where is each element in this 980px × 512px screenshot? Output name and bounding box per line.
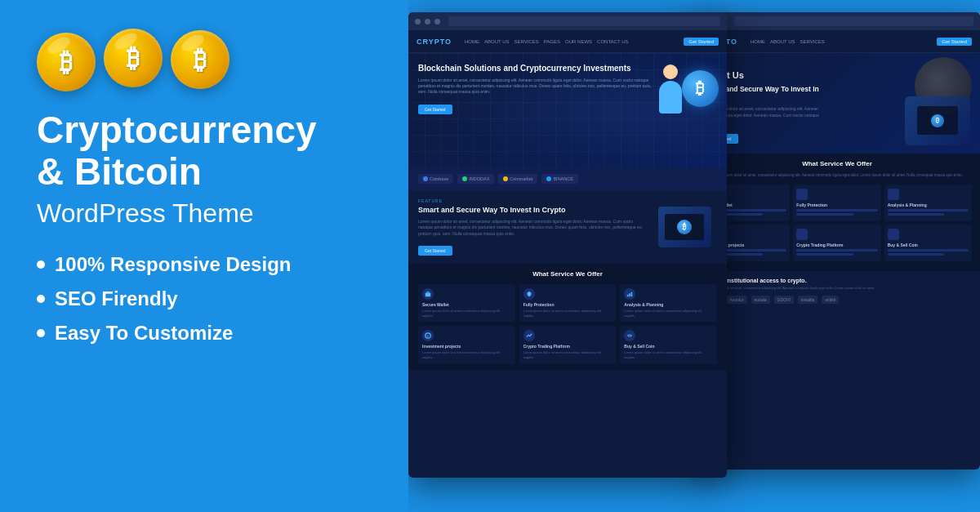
service2-card-3: Analysis & Planning (884, 185, 972, 221)
mockup-1-hero: Blockchain Solutions and Cryptocurrency … (408, 53, 727, 167)
service2-line (888, 249, 969, 252)
service-icon-wallet (422, 288, 434, 300)
bullet-icon (37, 295, 45, 303)
service2-icon-3 (888, 189, 899, 200)
browser-bar-2 (694, 12, 980, 30)
browser-address-2 (734, 16, 973, 26)
service2-name-3: Analysis & Planning (888, 203, 969, 207)
service-icon-trading (523, 330, 535, 341)
svg-rect-4 (631, 292, 633, 297)
mockup-2-institutional: Reliable institutional access to crypto.… (694, 271, 980, 310)
nav-item-news: OUR NEWS (565, 39, 592, 44)
svg-text:$: $ (426, 334, 429, 338)
inst-logos: Carbon Avontur eunala GOOVI kreatifa wri… (702, 296, 972, 304)
about-image: ₿ (905, 96, 970, 145)
services-2-grid: Secure Wallet Fully Protection Analysis … (702, 185, 972, 261)
nav-item-home: HOME (465, 39, 479, 44)
service-card-1: Secure Wallet Lorem ipsum dolor sit amet… (418, 284, 515, 322)
mockup-2-about: ABOUT US About Us Smart and Secure Way T… (694, 53, 980, 154)
service-card-2: Fully Protection Lorem ipsum dolor sit a… (519, 284, 617, 322)
partner-indodax: INDODAX (457, 174, 494, 184)
service2-icon-6 (888, 229, 899, 240)
bitcoin-coin-2 (104, 33, 163, 91)
service-desc-4: Lorem ipsum dolor sit amet consectetur a… (422, 350, 511, 359)
hero-title: Blockchain Solutions and Cryptocurrency … (418, 63, 652, 73)
btc-icon: ₿ (682, 70, 719, 107)
mockup-1-services: What Service We Offer Secure Wallet Lore… (408, 264, 727, 370)
feature-list: 100% Responsive Design SEO Firendly Easy… (37, 253, 372, 345)
service-desc-1: Lorem ipsum dolor sit amet consectetur a… (422, 309, 511, 318)
bullet-icon (37, 260, 45, 269)
nav2-item: HOME (751, 39, 765, 44)
feature-label: FEATURE (418, 198, 644, 203)
service-desc-6: Lorem ipsum dolor sit amet consectetur a… (624, 350, 713, 359)
service-name-1: Secure Wallet (422, 302, 511, 307)
mockup-1: CRYPTO HOME ABOUT US SERVICES PAGES OUR … (408, 12, 727, 478)
service-card-5: Crypto Trading Platform Lorem ipsum dolo… (519, 326, 617, 363)
laptop-screen: ₿ (665, 214, 704, 240)
service2-line (888, 253, 945, 256)
nav2-item: SERVICES (800, 39, 825, 44)
feature-cta-button[interactable]: Get Started (418, 246, 452, 256)
nav-cta-button[interactable]: Get Started (684, 38, 719, 46)
mockup-2-services: What Service We Offer Lorem ipsum dolor … (694, 154, 980, 272)
partner-dot (503, 176, 508, 181)
partner-coinbase: Coinbase (418, 174, 453, 184)
browser-dot (434, 19, 440, 24)
partner-binance: BINANCE (541, 174, 577, 184)
service2-line (796, 209, 877, 211)
nav-item-services: SERVICES (514, 39, 539, 44)
hero-text: Blockchain Solutions and Cryptocurrency … (418, 63, 652, 114)
service2-line (888, 213, 945, 216)
mockup-1-partners: Coinbase INDODAX Coinmarket BINANCE (408, 167, 727, 190)
nav-item-pages: PAGES (544, 39, 560, 44)
feature-item-3: Easy To Customize (37, 322, 372, 345)
service-card-4: $ Investment projects Lorem ipsum dolor … (418, 326, 515, 363)
mockup-logo: CRYPTO (416, 38, 452, 46)
laptop-icon: ₿ (658, 207, 711, 247)
mockup-2: CRYPTO HOME ABOUT US SERVICES Get Starte… (694, 12, 980, 470)
sub-title: WordPress Theme (37, 198, 372, 229)
coins-row (37, 33, 372, 91)
hero-cta-button[interactable]: Get Started (418, 105, 452, 114)
service-name-6: Buy & Sell Coin (624, 344, 713, 349)
service2-line (888, 209, 969, 211)
inst-title: Reliable institutional access to crypto. (702, 278, 972, 283)
partner-coinmarket: Coinmarket (498, 174, 537, 184)
mockup-2-nav: CRYPTO HOME ABOUT US SERVICES Get Starte… (694, 30, 980, 53)
svg-rect-2 (627, 295, 629, 296)
services-title: What Service We Offer (418, 270, 717, 278)
service-icon-buysell (624, 330, 635, 341)
service-card-3: Analysis & Planning Lorem ipsum dolor si… (620, 284, 717, 322)
services-2-title: What Service We Offer (702, 160, 972, 167)
services-2-desc: Lorem ipsum dolor sit amet, consectetur … (702, 173, 972, 179)
inst-logo-6: writkit (822, 296, 839, 304)
partner-dot (462, 176, 467, 181)
feature-title: Smart and Secure Way To Invest In Crypto (418, 206, 644, 216)
partner-dot (546, 176, 551, 181)
right-panel: CRYPTO HOME ABOUT US SERVICES PAGES OUR … (408, 0, 980, 512)
main-title: Cryptocurrency & Bitcoin (37, 109, 372, 192)
browser-bar-1 (408, 12, 727, 30)
feature-item-1: 100% Responsive Design (37, 253, 372, 276)
service2-line (796, 213, 853, 216)
service2-icon-5 (796, 229, 808, 240)
nav2-item: ABOUT US (770, 39, 795, 44)
nav-item-about: ABOUT US (484, 39, 510, 44)
inst-desc: Lorem ipsum dolor sit amet, consectetur … (702, 286, 972, 291)
service2-card-6: Buy & Sell Coin (884, 225, 972, 261)
service-desc-2: Lorem ipsum dolor sit amet consectetur a… (523, 309, 612, 318)
svg-rect-1 (426, 292, 429, 293)
browser-dot (415, 19, 421, 24)
service-icon-analysis (624, 288, 635, 300)
nav2-cta-button[interactable]: Get Started (937, 38, 972, 46)
mockup-1-nav: CRYPTO HOME ABOUT US SERVICES PAGES OUR … (408, 30, 727, 53)
hero-desc: Lorem ipsum dolor sit amet, consectetur … (418, 78, 652, 95)
service-desc-5: Lorem ipsum dolor sit amet consectetur a… (523, 350, 612, 359)
browser-address (448, 16, 720, 26)
mockup-1-feature: FEATURE Smart and Secure Way To Invest I… (408, 190, 727, 264)
mockup-nav-items: HOME ABOUT US SERVICES PAGES OUR NEWS CO… (465, 39, 628, 44)
service-icon-investment: $ (422, 330, 434, 341)
feature-image: ₿ (652, 201, 717, 254)
inst-logo-2: Avontur (726, 296, 746, 304)
